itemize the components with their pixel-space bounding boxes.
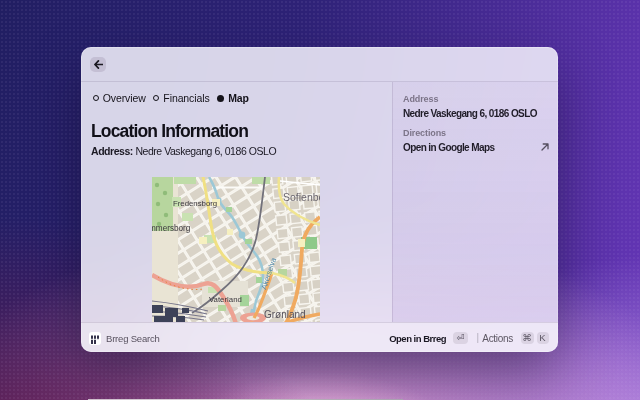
svg-text:mmersborg: mmersborg <box>152 224 191 233</box>
svg-text:Vaterland: Vaterland <box>209 295 242 304</box>
svg-text:Grønland: Grønland <box>264 309 306 320</box>
svg-text:Fredensborg: Fredensborg <box>173 199 217 208</box>
svg-text:Sofienbe: Sofienbe <box>283 191 320 203</box>
